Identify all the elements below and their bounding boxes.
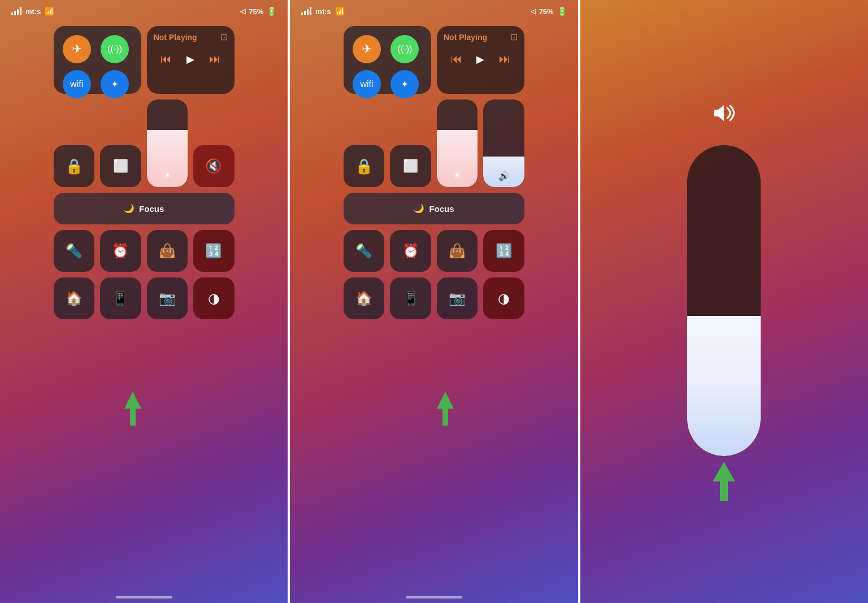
grid-row-1-2: 🏠 📱 📷 ◑ (54, 277, 235, 319)
brightness-slider-2[interactable]: ☀ (437, 99, 478, 187)
svg-marker-1 (437, 392, 454, 426)
home-indicator-2 (406, 596, 462, 598)
brightness-slider-1[interactable]: ☀ (147, 99, 188, 187)
camera-button-2[interactable]: 📷 (437, 277, 478, 319)
orientation-lock-button-1[interactable]: 🔒 (54, 145, 95, 187)
control-center-2: ✈ ((·)) wifi ✦ Not Playing ⊡ ⏮ ▶ ⏭ 🔒 (338, 20, 530, 325)
airplane-mode-button-2[interactable]: ✈ (353, 35, 381, 63)
wifi-button-2[interactable]: wifi (353, 70, 381, 98)
flashlight-icon-1: 🔦 (66, 243, 83, 259)
bluetooth-button-1[interactable]: ✦ (101, 70, 129, 98)
battery-icon-1: 🔋 (267, 7, 276, 16)
focus-moon-icon-2: 🌙 (414, 203, 424, 214)
panel-3 (580, 0, 868, 603)
wifi-icon-2: 📶 (335, 7, 345, 16)
flashlight-button-2[interactable]: 🔦 (344, 230, 385, 272)
status-left-1: mt:s 📶 (11, 7, 54, 16)
focus-label-1: Focus (139, 204, 164, 214)
camera-button-1[interactable]: 📷 (147, 277, 188, 319)
green-arrow-3 (710, 462, 738, 501)
alarm-button-1[interactable]: ⏰ (100, 230, 141, 272)
media-controls-1: ⏮ ▶ ⏭ (154, 53, 228, 66)
theme-icon-1: ◑ (208, 290, 220, 306)
focus-label-2: Focus (429, 204, 454, 214)
calculator-button-1[interactable]: 🔢 (193, 230, 235, 272)
media-controls-2: ⏮ ▶ ⏭ (444, 53, 518, 66)
airplane-mode-button-1[interactable]: ✈ (63, 35, 91, 63)
flashlight-button-1[interactable]: 🔦 (54, 230, 95, 272)
cellular-button-2[interactable]: ((·)) (390, 35, 419, 63)
alarm-icon-1: ⏰ (112, 243, 129, 259)
grid-row-1-1: 🔦 ⏰ 👜 🔢 (54, 230, 235, 272)
calculator-icon-2: 🔢 (496, 243, 513, 259)
theme-button-1[interactable]: ◑ (193, 277, 235, 319)
volume-icon-2: 🔊 (498, 171, 510, 181)
media-title-2: Not Playing (444, 33, 487, 42)
remote-button-2[interactable]: 📱 (390, 277, 431, 319)
bluetooth-button-2[interactable]: ✦ (390, 70, 419, 98)
status-right-1: ◁ 75% 🔋 (240, 7, 276, 16)
volume-slider-big[interactable] (687, 145, 761, 456)
focus-button-2[interactable]: 🌙 Focus (344, 193, 524, 224)
theme-button-2[interactable]: ◑ (483, 277, 524, 319)
airplay-icon-2[interactable]: ⊡ (510, 32, 518, 42)
grid-row-2-2: 🏠 📱 📷 ◑ (344, 277, 524, 319)
brightness-icon-2: ☀ (453, 169, 462, 181)
screen-mirror-button-1[interactable]: ⬜ (100, 145, 141, 187)
volume-slider-2[interactable]: 🔊 (483, 99, 524, 187)
alarm-button-2[interactable]: ⏰ (390, 230, 431, 272)
fastforward-button-2[interactable]: ⏭ (499, 53, 510, 66)
wallet-button-1[interactable]: 👜 (147, 230, 188, 272)
mute-button-1[interactable]: 🔇 (193, 145, 235, 187)
screen-mirror-icon-1: ⬜ (113, 159, 128, 173)
slider-empty-3 (687, 145, 761, 316)
home-icon-2: 🏠 (355, 290, 372, 306)
wifi-button-1[interactable]: wifi (63, 70, 91, 98)
focus-button-1[interactable]: 🌙 Focus (54, 193, 235, 224)
connectivity-box-2: ✈ ((·)) wifi ✦ (344, 26, 431, 94)
orientation-lock-button-2[interactable]: 🔒 (344, 145, 385, 187)
home-button-1[interactable]: 🏠 (54, 277, 95, 319)
focus-row-1: 🌙 Focus (54, 193, 235, 224)
second-row-2: 🔒 ⬜ ☀ 🔊 (344, 99, 524, 187)
svg-marker-0 (124, 392, 141, 426)
location-icon-1: ◁ (240, 7, 245, 15)
fastforward-button-1[interactable]: ⏭ (209, 53, 220, 66)
flashlight-icon-2: 🔦 (355, 243, 372, 259)
wallet-button-2[interactable]: 👜 (437, 230, 478, 272)
panel-2: mt:s 📶 ◁ 75% 🔋 ✈ ((·)) wifi ✦ Not Playin… (290, 0, 578, 603)
battery-label-2: 75% (539, 7, 554, 16)
cellular-button-1[interactable]: ((·)) (101, 35, 129, 63)
camera-icon-1: 📷 (159, 290, 176, 306)
green-arrow-3-container (710, 462, 738, 501)
rewind-button-1[interactable]: ⏮ (160, 53, 172, 66)
orientation-lock-icon-1: 🔒 (65, 158, 83, 175)
orientation-lock-icon-2: 🔒 (355, 158, 373, 175)
green-arrow-2 (434, 392, 457, 428)
theme-icon-2: ◑ (498, 290, 510, 306)
home-icon-1: 🏠 (66, 290, 83, 306)
wallet-icon-2: 👜 (449, 243, 466, 259)
top-row-1: ✈ ((·)) wifi ✦ Not Playing ⊡ ⏮ ▶ ⏭ (54, 26, 235, 94)
signal-icon-2 (301, 7, 311, 15)
status-bar-1: mt:s 📶 ◁ 75% 🔋 (0, 0, 288, 20)
rewind-button-2[interactable]: ⏮ (451, 53, 462, 66)
signal-icon (11, 7, 21, 15)
status-bar-2: mt:s 📶 ◁ 75% 🔋 (290, 0, 578, 20)
panel-1: mt:s 📶 ◁ 75% 🔋 ✈ ((·)) wifi ✦ Not Playin… (0, 0, 288, 603)
home-indicator-1 (116, 596, 172, 598)
second-row-1: 🔒 ⬜ ☀ 🔇 (54, 99, 235, 187)
control-center-1: ✈ ((·)) wifi ✦ Not Playing ⊡ ⏮ ▶ ⏭ (48, 20, 240, 325)
brightness-icon-1: ☀ (163, 169, 172, 181)
screen-mirror-button-2[interactable]: ⬜ (390, 145, 431, 187)
media-box-1: Not Playing ⊡ ⏮ ▶ ⏭ (147, 26, 235, 94)
calculator-button-2[interactable]: 🔢 (483, 230, 524, 272)
mute-icon-1: 🔇 (205, 158, 222, 174)
play-button-2[interactable]: ▶ (476, 53, 484, 66)
remote-button-1[interactable]: 📱 (100, 277, 141, 319)
play-button-1[interactable]: ▶ (186, 53, 194, 66)
media-box-2: Not Playing ⊡ ⏮ ▶ ⏭ (437, 26, 524, 94)
airplay-icon-1[interactable]: ⊡ (220, 32, 228, 42)
home-button-2[interactable]: 🏠 (344, 277, 385, 319)
green-arrow-1 (121, 392, 144, 428)
